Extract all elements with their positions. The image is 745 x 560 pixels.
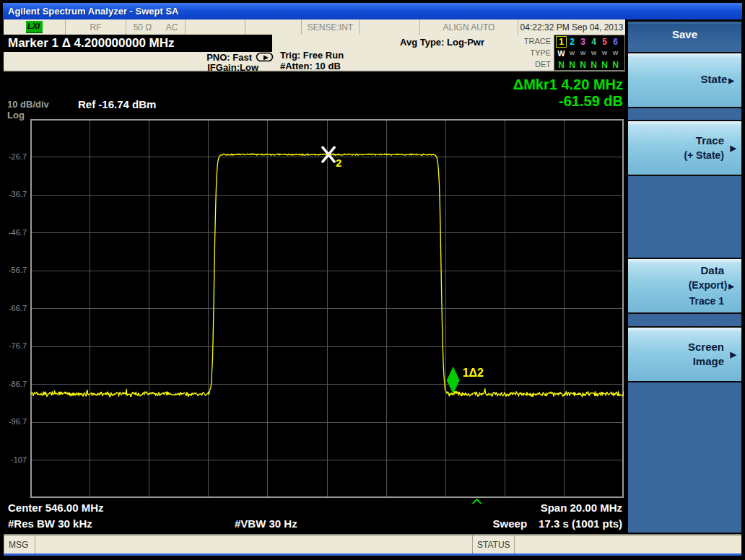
- trace-type-glyph: W: [599, 48, 610, 58]
- svg-text:1Δ2: 1Δ2: [463, 367, 484, 379]
- softkey-label: Image: [628, 354, 741, 369]
- marker-2-x[interactable]: 2: [322, 146, 341, 169]
- trace-number: 6: [610, 37, 621, 47]
- softkey-label: Data: [628, 263, 741, 278]
- trace-number: 5: [599, 37, 610, 47]
- display-screen: ΔMkr1 4.20 MHz -61.59 dB 10 dB/div Log R…: [4, 72, 625, 534]
- det-row-label: DET: [509, 58, 551, 70]
- detector-glyph: N: [610, 60, 621, 70]
- ref-level-label: Ref -16.74 dBm: [78, 98, 156, 110]
- sweep-label-group: Sweep 17.3 s (1001 pts): [493, 517, 622, 530]
- avg-type-label: Avg Type: Log-Pwr: [400, 37, 484, 48]
- msg-text-cell: [35, 535, 473, 554]
- submenu-arrow-icon: ▶: [731, 144, 736, 153]
- lxi-badge: LXI: [26, 21, 43, 33]
- detector-glyph: N: [567, 60, 578, 70]
- bottom-accent-line: [4, 554, 741, 556]
- lxi-status-cell: LXI: [4, 19, 66, 35]
- y-tick-label: -66.7: [4, 304, 27, 312]
- softkey-sublabel: Trace 1: [628, 294, 741, 308]
- rf-status-cell: RF: [66, 19, 126, 35]
- submenu-arrow-icon: ▶: [728, 282, 734, 290]
- impedance-label: 50 Ω: [134, 22, 152, 32]
- y-tick-label: -96.7: [4, 417, 27, 426]
- center-freq-label: Center 546.00 MHz: [8, 502, 104, 514]
- softkey-menu: Save State▶ Trace (+ State) ▶ Data (Expo…: [627, 22, 741, 533]
- trace-type-glyph: W: [588, 48, 599, 58]
- ifgain-label: IFGain:Low: [112, 63, 274, 72]
- vbw-label: #VBW 30 Hz: [235, 517, 297, 530]
- detector-glyph: N: [599, 60, 610, 70]
- softkey-state-button[interactable]: State▶: [628, 52, 741, 108]
- trace-1: [30, 154, 624, 397]
- softkey-data-export-button[interactable]: Data (Export)▶ Trace 1: [628, 258, 741, 314]
- trace-type-glyph: W: [578, 48, 588, 58]
- svg-text:2: 2: [336, 157, 341, 169]
- trace-number: 3: [578, 37, 588, 47]
- softkey-sublabel: (+ State): [628, 148, 741, 162]
- window-title: Agilent Spectrum Analyzer - Swept SA: [8, 6, 178, 17]
- trace-number: 2: [567, 37, 578, 47]
- softkey-label: Screen: [628, 340, 741, 354]
- detector-glyph: N: [556, 60, 567, 70]
- align-cell: ALIGN AUTO: [420, 19, 518, 35]
- delta-marker-readout: ΔMkr1 4.20 MHz -61.59 dB: [513, 76, 623, 110]
- trace-row-label: TRACE: [509, 35, 551, 47]
- submenu-arrow-icon: ▶: [728, 76, 734, 84]
- trace-status-box[interactable]: 1 2 3 4 5 6 W W W W W W N N N N N N: [554, 35, 625, 71]
- status-empty-cell-2: [245, 19, 302, 35]
- y-tick-label: -26.7: [4, 152, 27, 161]
- atten-label: #Atten: 10 dB: [280, 61, 344, 71]
- sweep-label: Sweep: [493, 517, 528, 530]
- detector-glyph: N: [578, 60, 588, 70]
- y-tick-label: -56.7: [4, 266, 27, 274]
- trigger-label: Trig: Free Run: [280, 50, 344, 61]
- trace-type-glyph: W: [610, 48, 621, 58]
- trace-type-glyph: W: [567, 48, 578, 58]
- pno-block: PNO: Fast IFGain:Low: [112, 52, 274, 72]
- message-status-bar: MSG STATUS: [4, 534, 741, 554]
- y-tick-label: -76.7: [4, 341, 27, 350]
- delta-marker-freq: ΔMkr1 4.20 MHz: [513, 76, 623, 93]
- continuous-sweep-icon: [256, 52, 274, 62]
- trace-numbers-row: 1 2 3 4 5 6: [556, 36, 624, 48]
- span-label: Span 20.00 MHz: [541, 502, 622, 514]
- delta-marker-ampl: -61.59 dB: [513, 93, 623, 110]
- status-empty-cell-3: [360, 19, 420, 35]
- marker-position-caret: [473, 499, 482, 504]
- submenu-arrow-icon: ▶: [731, 350, 736, 359]
- msg-cell: MSG: [4, 535, 35, 554]
- softkey-label: State: [701, 73, 728, 85]
- softkey-label: Trace: [628, 134, 741, 148]
- trace-type-glyph: W: [556, 48, 567, 58]
- trigger-block: Trig: Free Run #Atten: 10 dB: [280, 50, 344, 71]
- y-tick-label: -46.7: [4, 228, 27, 237]
- spectrum-analyzer-window: Agilent Spectrum Analyzer - Swept SA LXI…: [0, 0, 745, 560]
- window-titlebar[interactable]: Agilent Spectrum Analyzer - Swept SA: [3, 3, 742, 19]
- y-tick-label: -107: [4, 455, 27, 464]
- softkey-trace-button[interactable]: Trace (+ State) ▶: [628, 120, 741, 176]
- pno-label: PNO: Fast: [206, 53, 252, 62]
- y-axis-tick-labels: -26.7-36.7-46.7-56.7-66.7-76.7-86.7-96.7…: [4, 119, 28, 509]
- y-tick-label: -86.7: [4, 380, 27, 388]
- marker-readout-bar: Marker 1 Δ 4.200000000 MHz: [4, 35, 272, 52]
- scale-per-div-label: 10 dB/div: [7, 99, 49, 110]
- marker-1-delta-diamond[interactable]: 1Δ2: [447, 367, 484, 394]
- type-row-label: TYPE: [509, 47, 551, 58]
- input-coupling-cell: 50 Ω AC: [126, 19, 186, 35]
- sense-cell: SENSE:INT: [302, 19, 360, 35]
- datetime-cell: 04:22:32 PM Sep 04, 2013: [518, 19, 625, 35]
- status-cell: STATUS: [473, 535, 515, 554]
- trace-detectors-row: N N N N N N: [556, 59, 624, 71]
- sweep-value: 17.3 s (1001 pts): [539, 517, 622, 530]
- res-bw-label: #Res BW 30 kHz: [8, 517, 92, 530]
- detector-glyph: N: [588, 60, 599, 70]
- trace-types-row: W W W W W W: [556, 48, 624, 59]
- trace-number: 1: [556, 36, 567, 48]
- measurement-header: Marker 1 Δ 4.200000000 MHz PNO: Fast IFG…: [4, 35, 625, 72]
- y-tick-label: -36.7: [4, 190, 27, 198]
- softkey-screen-image-button[interactable]: Screen Image ▶: [628, 326, 741, 382]
- trace-number: 4: [588, 37, 599, 47]
- coupling-label: AC: [166, 22, 178, 32]
- status-text-cell: [515, 535, 741, 554]
